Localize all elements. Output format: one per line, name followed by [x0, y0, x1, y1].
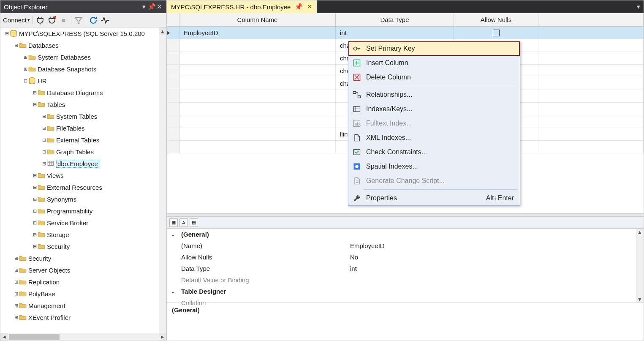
expand-icon[interactable]: ⊞: [41, 161, 47, 166]
expand-icon[interactable]: ⊞: [41, 125, 47, 131]
expand-icon[interactable]: ⊟: [22, 78, 28, 84]
tree-node[interactable]: ⊟Tables: [0, 98, 166, 110]
tree-node[interactable]: ⊞dbo.Employee: [0, 158, 166, 169]
tab-employee[interactable]: MYPC\SQLEXPRESS.HR - dbo.Employee 📌 ✕: [167, 0, 317, 13]
cell-data-type[interactable]: int: [336, 27, 454, 39]
tree-node[interactable]: ⊞External Tables: [0, 134, 166, 146]
activity-button[interactable]: [101, 16, 110, 25]
row-selector[interactable]: [167, 141, 179, 153]
menu-item[interactable]: Insert Column: [348, 56, 520, 70]
props-cat-button[interactable]: ▦: [169, 218, 178, 227]
tree-node[interactable]: ⊞FileTables: [0, 122, 166, 134]
tree-node[interactable]: ⊞Replication: [0, 276, 166, 288]
collapse-icon[interactable]: ⌄: [167, 289, 179, 295]
cell-column-name[interactable]: [179, 128, 336, 140]
tree-node[interactable]: ⊞External Resources: [0, 181, 166, 193]
prop-row[interactable]: Allow NullsNo: [167, 251, 644, 263]
filter-button[interactable]: [74, 16, 83, 25]
tab-pin-icon[interactable]: 📌: [295, 3, 303, 11]
menu-item[interactable]: Indexes/Keys...: [348, 102, 520, 116]
tree-node[interactable]: ⊞Management: [0, 300, 166, 311]
expand-icon[interactable]: ⊞: [32, 208, 38, 214]
menu-item[interactable]: Delete Column: [348, 70, 520, 85]
expand-icon[interactable]: ⊞: [41, 114, 47, 119]
tree-node[interactable]: ⊞Graph Tables: [0, 146, 166, 158]
connect-button[interactable]: Connect▾: [3, 16, 30, 24]
scroll-down-icon[interactable]: ▾: [636, 296, 644, 303]
tree-node[interactable]: ⊟Databases: [0, 39, 166, 51]
expand-icon[interactable]: ⊞: [41, 137, 47, 143]
menu-item[interactable]: Relationships...: [348, 87, 520, 102]
cell-column-name[interactable]: [179, 141, 336, 153]
expand-icon[interactable]: ⊞: [13, 291, 19, 297]
tree-node[interactable]: ⊞Views: [0, 169, 166, 181]
cell-column-name[interactable]: [179, 77, 336, 90]
prop-group-header[interactable]: ⌄(General): [167, 229, 644, 240]
tree-node[interactable]: ⊞System Databases: [0, 51, 166, 63]
expand-icon[interactable]: ⊞: [13, 267, 19, 273]
menu-item[interactable]: Spatial Indexes...: [348, 159, 520, 174]
collapse-icon[interactable]: ⌄: [167, 232, 179, 237]
expand-icon[interactable]: ⊟: [4, 31, 10, 36]
prop-row[interactable]: Data Typeint: [167, 263, 644, 274]
checkbox[interactable]: [493, 30, 500, 36]
tablist-dropdown-icon[interactable]: ▾: [633, 0, 644, 13]
row-selector[interactable]: [167, 39, 179, 52]
scroll-left-icon[interactable]: ◂: [0, 333, 8, 341]
scroll-right-icon[interactable]: ▸: [159, 333, 166, 341]
prop-value[interactable]: No: [348, 254, 635, 261]
row-selector[interactable]: [167, 115, 179, 128]
expand-icon[interactable]: ⊞: [13, 315, 19, 320]
cell-column-name[interactable]: EmployeeID: [179, 27, 336, 39]
tree-node[interactable]: ⊞System Tables: [0, 110, 166, 122]
expand-icon[interactable]: ⊞: [32, 232, 38, 237]
row-selector[interactable]: [167, 52, 179, 64]
tree-hscroll[interactable]: ◂ ▸: [0, 333, 166, 341]
scroll-thumb[interactable]: [9, 334, 60, 340]
cell-column-name[interactable]: [179, 39, 336, 52]
cell-column-name[interactable]: [179, 90, 336, 102]
row-selector[interactable]: [167, 90, 179, 102]
tree-node[interactable]: ⊞Server Objects: [0, 264, 166, 276]
expand-icon[interactable]: ⊞: [32, 220, 38, 226]
tree-node[interactable]: ⊞Database Snapshots: [0, 63, 166, 75]
disconnect-button[interactable]: [35, 16, 45, 25]
tree-node[interactable]: ⊞Security: [0, 252, 166, 264]
expand-icon[interactable]: ⊞: [32, 173, 38, 178]
row-selector[interactable]: [167, 65, 179, 77]
menu-item[interactable]: Set Primary Key: [348, 41, 520, 56]
prop-group-header[interactable]: ⌄Table Designer: [167, 286, 644, 297]
panel-close-icon[interactable]: ✕: [155, 3, 163, 11]
tree-node[interactable]: ⊞Database Diagrams: [0, 87, 166, 98]
tree-vscroll[interactable]: ▴ ▾: [159, 27, 166, 341]
expand-icon[interactable]: ⊞: [32, 185, 38, 190]
tab-close-icon[interactable]: ✕: [307, 3, 312, 11]
prop-row[interactable]: (Name)EmployeeID: [167, 240, 644, 251]
expand-icon[interactable]: ⊞: [22, 55, 28, 60]
expand-icon[interactable]: ⊞: [22, 66, 28, 72]
tree-node[interactable]: ⊞Programmability: [0, 205, 166, 217]
expand-icon[interactable]: ⊞: [41, 149, 47, 155]
expand-icon[interactable]: ⊟: [13, 43, 19, 48]
panel-pin-icon[interactable]: 📌: [148, 3, 155, 11]
props-az-button[interactable]: A: [179, 218, 188, 227]
row-selector[interactable]: [167, 77, 179, 90]
tree-node[interactable]: ⊞PolyBase: [0, 288, 166, 300]
panel-dropdown-icon[interactable]: ▾: [140, 3, 148, 11]
tree-node[interactable]: ⊞Storage: [0, 229, 166, 240]
table-row[interactable]: EmployeeID int: [167, 27, 644, 39]
disconnect-all-button[interactable]: [47, 16, 57, 25]
expand-icon[interactable]: ⊞: [13, 303, 19, 308]
cell-column-name[interactable]: [179, 65, 336, 77]
scroll-up-icon[interactable]: ▴: [159, 27, 166, 35]
tree-node[interactable]: ⊟HR: [0, 75, 166, 87]
tree-node[interactable]: ⊞XEvent Profiler: [0, 311, 166, 323]
menu-item[interactable]: XML Indexes...: [348, 131, 520, 145]
expand-icon[interactable]: ⊞: [32, 244, 38, 249]
tree-node[interactable]: ⊞Service Broker: [0, 217, 166, 229]
tree-node[interactable]: ⊞Security: [0, 240, 166, 252]
tree-node[interactable]: ⊟MYPC\SQLEXPRESS (SQL Server 15.0.200: [0, 27, 166, 39]
cell-allow-nulls[interactable]: [454, 27, 538, 39]
row-selector[interactable]: [167, 103, 179, 115]
tree-node[interactable]: ⊞Synonyms: [0, 193, 166, 205]
